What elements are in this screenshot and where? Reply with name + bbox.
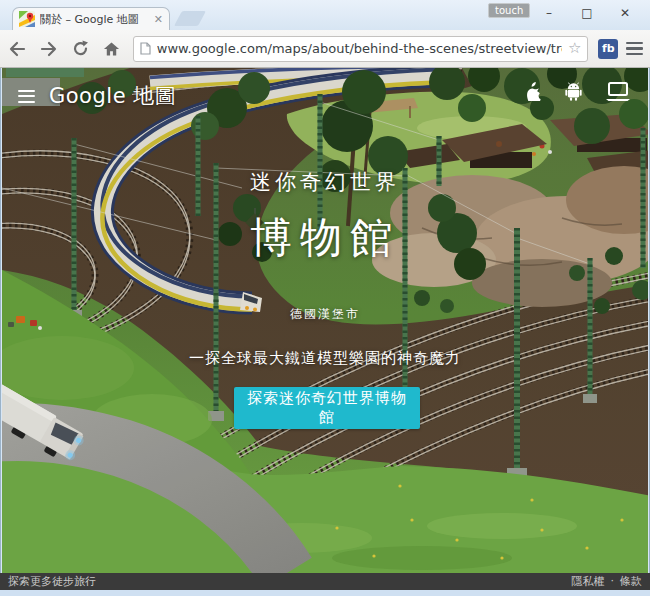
back-arrow-icon <box>8 41 26 57</box>
url-bar[interactable]: ☆ <box>133 36 589 62</box>
explore-more-treks-link[interactable]: 探索更多徒步旅行 <box>8 574 96 589</box>
reload-icon <box>72 40 89 57</box>
touch-badge: touch <box>488 3 530 18</box>
close-button[interactable]: ✕ <box>606 0 644 26</box>
forward-button[interactable] <box>34 34 64 64</box>
hero-location: 德國漢堡市 <box>2 306 648 323</box>
menu-bar <box>626 42 643 45</box>
reload-button[interactable] <box>65 34 95 64</box>
hero-section: 迷你奇幻世界 博物館 德國漢堡市 一探全球最大鐵道模型樂園的神奇魔力 <box>2 168 648 368</box>
bookmark-star-icon[interactable]: ☆ <box>568 41 581 56</box>
fb-extension-button[interactable]: fb <box>598 39 618 59</box>
browser-tab[interactable]: 關於 – Google 地圖 ✕ <box>12 7 170 30</box>
maps-favicon-icon <box>19 11 35 27</box>
back-button[interactable] <box>2 34 32 64</box>
minimize-button[interactable]: – <box>530 0 568 26</box>
browser-window: 關於 – Google 地圖 ✕ touch – □ ✕ <box>0 0 650 596</box>
new-tab-button[interactable] <box>174 11 206 26</box>
page-content: Google 地圖 <box>2 68 648 573</box>
forward-arrow-icon <box>40 41 58 57</box>
menu-bar <box>626 53 643 56</box>
explore-museum-button[interactable]: 探索迷你奇幻世界博物館 <box>234 387 420 429</box>
apple-icon[interactable] <box>525 82 541 101</box>
terms-link[interactable]: 條款 <box>620 574 642 589</box>
menu-bar <box>626 47 643 50</box>
privacy-link[interactable]: 隱私權 <box>572 574 605 589</box>
maximize-button[interactable]: □ <box>568 0 606 26</box>
site-menu-button[interactable] <box>18 90 35 103</box>
android-icon[interactable] <box>565 82 582 101</box>
hero-eyebrow: 迷你奇幻世界 <box>2 168 648 196</box>
site-logo[interactable]: Google 地圖 <box>49 82 176 110</box>
page-overlay: Google 地圖 <box>2 68 648 573</box>
menu-bar <box>18 101 35 103</box>
browser-toolbar: ☆ fb <box>0 30 650 68</box>
menu-bar <box>18 95 35 97</box>
page-icon <box>140 42 151 55</box>
home-button[interactable] <box>97 34 127 64</box>
footer-separator: · <box>611 574 615 589</box>
site-header: Google 地圖 <box>2 68 648 124</box>
tab-title: 關於 – Google 地圖 <box>40 12 149 27</box>
window-frame <box>0 590 650 596</box>
desktop-icon[interactable] <box>606 82 630 101</box>
menu-bar <box>18 90 35 92</box>
hero-tagline: 一探全球最大鐵道模型樂園的神奇魔力 <box>2 349 648 368</box>
browser-menu-button[interactable] <box>626 37 650 61</box>
titlebar: 關於 – Google 地圖 ✕ touch – □ ✕ <box>0 0 650 30</box>
footer-bar: 探索更多徒步旅行 隱私權 · 條款 <box>0 573 650 590</box>
page-title: 博物館 <box>2 210 648 266</box>
url-input[interactable] <box>157 41 562 56</box>
tab-close-icon[interactable]: ✕ <box>154 14 163 25</box>
home-icon <box>103 41 120 57</box>
